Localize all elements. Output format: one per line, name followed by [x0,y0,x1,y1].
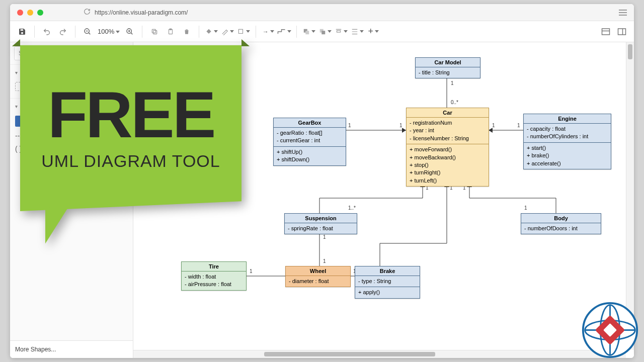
close-window-button[interactable] [17,10,23,16]
connector-end-button[interactable]: → [261,25,275,39]
svg-rect-23 [618,29,626,35]
svg-marker-29 [489,128,493,133]
mult: 0..* [450,100,459,105]
mult: 1 [524,205,528,211]
class-carmodel[interactable]: Car Model - title : String [415,57,480,78]
mult: 1 [450,80,454,86]
class-name: Body [521,214,601,223]
class-name: Car Model [416,58,480,67]
maximize-window-button[interactable] [37,10,43,16]
class-car[interactable]: Car - registrationNum - year : int - lic… [406,108,489,187]
visual-paradigm-logo [581,301,639,359]
more-shapes-button[interactable]: More Shapes... [10,340,133,358]
badge-title: FREE [48,85,214,144]
reload-icon[interactable] [84,8,91,17]
badge-subtitle: UML DIAGRAM TOOL [41,151,220,171]
horizontal-scrollbar[interactable] [133,350,626,358]
align-button[interactable] [334,25,348,39]
mult: 1 [517,123,521,128]
class-tire[interactable]: Tire - width : float - airPressure : flo… [181,261,247,291]
promo-badge: FREE UML DIAGRAM TOOL [15,30,247,241]
add-button[interactable]: + [366,25,380,39]
class-body[interactable]: Body - numberOfDoors : int [521,213,601,234]
class-name: Brake [355,266,420,276]
class-gearbox[interactable]: GearBox - gearRatio : float[] - currentG… [273,118,346,166]
window-titlebar: https://online.visual-paradigm.com/ [10,4,634,21]
format-panel-button[interactable] [599,25,613,39]
class-name: GearBox [274,118,346,128]
mult: 1..* [348,205,356,211]
mult: 1 [348,123,352,128]
connector-style-button[interactable] [277,25,291,39]
svg-rect-13 [305,31,309,34]
class-name: Engine [524,114,611,124]
class-name: Suspension [285,214,357,223]
outline-panel-button[interactable] [615,25,629,39]
bring-front-button[interactable] [302,25,316,39]
minimize-window-button[interactable] [27,10,33,16]
url-text[interactable]: https://online.visual-paradigm.com/ [95,9,188,16]
mult: 1 [323,258,327,264]
class-name: Car [407,108,489,118]
send-back-button[interactable] [318,25,332,39]
menu-icon[interactable] [619,10,627,16]
class-wheel[interactable]: Wheel - diameter : float [285,266,351,287]
mult: 1 [492,123,496,128]
class-brake[interactable]: Brake - type : String + apply() [355,266,420,299]
svg-marker-27 [402,128,406,133]
distribute-button[interactable] [350,25,364,39]
mult: 1 [323,234,327,240]
mult: 1 [249,268,253,274]
svg-rect-21 [602,29,610,35]
svg-rect-17 [337,30,340,32]
class-name: Wheel [286,266,350,276]
svg-rect-15 [321,31,325,34]
mult: 1 [399,123,403,128]
class-engine[interactable]: Engine - capacity : float - numberOfCyli… [523,114,611,169]
class-name: Tire [182,262,246,272]
class-suspension[interactable]: Suspension - springRate : float [284,213,357,234]
